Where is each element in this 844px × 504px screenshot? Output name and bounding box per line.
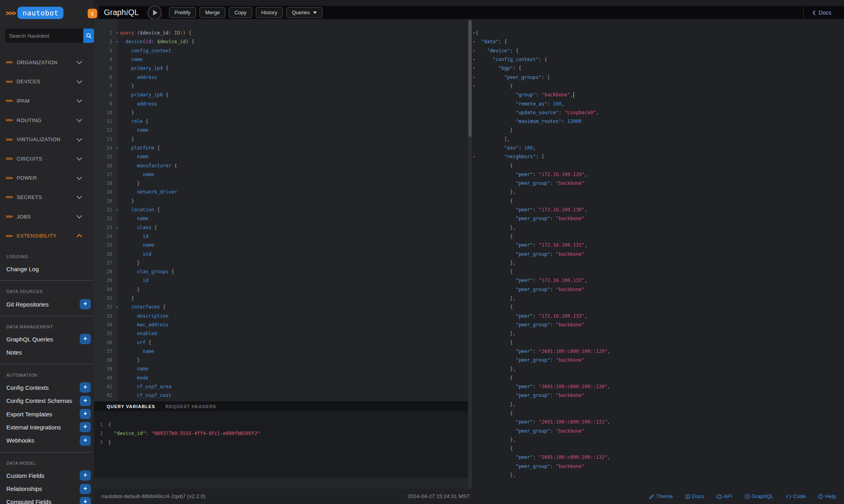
history-button[interactable]: History bbox=[256, 7, 283, 18]
sidebar-item-extensibility[interactable]: >>>EXTENSIBILITY bbox=[0, 226, 94, 245]
sidebar-item-git-repositories[interactable]: Git Repositories+ bbox=[0, 297, 94, 310]
footer-link-docs[interactable]: Docs bbox=[683, 493, 707, 500]
code-text: { bbox=[476, 234, 513, 239]
add-custom-fields-button[interactable]: + bbox=[80, 470, 91, 481]
footer-link-code[interactable]: Code bbox=[783, 493, 808, 500]
sidebar-item-external-integrations[interactable]: External Integrations+ bbox=[0, 421, 94, 434]
fold-toggle-icon[interactable]: ▾ bbox=[472, 84, 476, 88]
fold-toggle-icon[interactable]: ▾ bbox=[114, 31, 120, 35]
add-external-integrations-button[interactable]: + bbox=[80, 422, 91, 432]
sidebar-item-devices[interactable]: >>>DEVICES bbox=[0, 72, 94, 92]
fold-toggle-icon[interactable]: ▾ bbox=[472, 155, 476, 159]
add-git-repositories-button[interactable]: + bbox=[80, 299, 91, 309]
line-number: 28 bbox=[94, 269, 114, 274]
line-number: 1 bbox=[94, 422, 104, 427]
fold-toggle-icon[interactable]: ▾ bbox=[472, 75, 476, 79]
code-text: address bbox=[120, 75, 157, 80]
fold-toggle-icon[interactable]: ▾ bbox=[472, 66, 476, 70]
tab-query-variables[interactable]: QUERY VARIABLES bbox=[107, 404, 155, 409]
code-text: "peer_group": "backbone" bbox=[476, 428, 585, 434]
sidebar-item-custom-fields[interactable]: Custom Fields+ bbox=[0, 469, 94, 482]
sidebar-item-computed-fields[interactable]: Computed Fields+ bbox=[0, 495, 94, 504]
sidebar-collapse-button[interactable]: ❮ bbox=[88, 9, 97, 18]
sidebar-item-ipam[interactable]: >>>IPAM bbox=[0, 91, 94, 111]
tab-request-headers[interactable]: REQUEST HEADERS bbox=[165, 404, 216, 409]
code-text: "peer_group": "backbone" bbox=[476, 180, 585, 186]
result-viewer[interactable]: ▾{▾ "data": {▾ "device": {▾ "config_cont… bbox=[472, 19, 844, 489]
sidebar-item-config-context-schemas[interactable]: Config Context Schemas+ bbox=[0, 394, 94, 407]
code-text: "peer_group": "backbone" bbox=[476, 287, 585, 292]
add-computed-fields-button[interactable]: + bbox=[80, 497, 91, 504]
nautobot-logo[interactable]: >>> nautobot bbox=[6, 7, 63, 19]
sidebar-item-power[interactable]: >>>POWER bbox=[0, 169, 94, 188]
sidebar-item-graphql-queries[interactable]: GraphQL Queries+ bbox=[0, 333, 94, 346]
fold-toggle-icon[interactable]: ▾ bbox=[472, 57, 476, 61]
sidebar-item-config-contexts[interactable]: Config Contexts+ bbox=[0, 381, 94, 394]
prettify-button[interactable]: Prettify bbox=[169, 7, 196, 18]
fold-toggle-icon[interactable]: ▾ bbox=[114, 40, 120, 44]
sidebar-item-organization[interactable]: >>>ORGANIZATION bbox=[0, 53, 94, 72]
merge-button[interactable]: Merge bbox=[199, 7, 225, 18]
fold-toggle-icon[interactable]: ▾ bbox=[114, 305, 120, 309]
sidebar-item-secrets[interactable]: >>>SECRETS bbox=[0, 188, 94, 207]
footer-separator: · bbox=[709, 493, 711, 499]
sidebar-item-change-log[interactable]: Change Log bbox=[0, 263, 94, 276]
add-export-templates-button[interactable]: + bbox=[80, 409, 91, 419]
footer-link-theme[interactable]: Theme bbox=[646, 493, 675, 500]
fold-toggle-icon[interactable]: ▾ bbox=[114, 208, 120, 212]
code-text: "peer_group": "backbone" bbox=[476, 357, 585, 363]
line-number: 42 bbox=[94, 393, 114, 398]
line-number: 2 bbox=[94, 39, 114, 44]
editor-scrollbar-track[interactable] bbox=[468, 19, 472, 489]
fold-toggle-icon[interactable]: ▾ bbox=[472, 49, 476, 53]
editor-scrollbar-thumb[interactable] bbox=[468, 21, 472, 137]
sidebar-item-jobs[interactable]: >>>JOBS bbox=[0, 207, 94, 226]
server-timestamp: 2024-04-27 15:24:31 MST bbox=[407, 489, 470, 504]
code-text: name bbox=[120, 349, 154, 354]
footer-link-graphql[interactable]: GraphQL bbox=[742, 493, 776, 500]
query-editor[interactable]: 1▾query ($device_id: ID!) {2▾ device(id:… bbox=[94, 19, 468, 401]
add-relationships-button[interactable]: + bbox=[80, 484, 91, 494]
add-config-contexts-button[interactable]: + bbox=[80, 382, 91, 393]
fold-toggle-icon[interactable]: ▾ bbox=[472, 31, 476, 35]
code-line: 27 } bbox=[94, 259, 468, 267]
code-text: interfaces { bbox=[120, 304, 166, 310]
code-line: }, bbox=[472, 188, 844, 196]
code-line: 37 name bbox=[94, 347, 468, 356]
fold-toggle-icon[interactable]: ▾ bbox=[472, 40, 476, 44]
footer-link-help[interactable]: ?Help bbox=[815, 493, 838, 500]
footer-links: Theme·Docs·API·GraphQL·Code·?Help bbox=[646, 489, 838, 504]
code-line: ], bbox=[472, 135, 844, 144]
search-button[interactable] bbox=[83, 29, 94, 43]
sidebar-item-label: External Integrations bbox=[6, 424, 80, 431]
sidebar-item-virtualization[interactable]: >>>VIRTUALIZATION bbox=[0, 130, 94, 149]
add-config-context-schemas-button[interactable]: + bbox=[80, 396, 91, 406]
code-line: }, bbox=[472, 400, 844, 408]
sidebar-section-data-model: DATA MODELCustom Fields+Relationships+Co… bbox=[0, 452, 94, 504]
execute-query-button[interactable] bbox=[148, 6, 162, 20]
code-text: }, bbox=[476, 260, 516, 266]
docs-panel-toggle[interactable]: ❮ Docs bbox=[810, 9, 834, 16]
fold-toggle-icon[interactable]: ▾ bbox=[114, 226, 120, 230]
footer-link-api[interactable]: API bbox=[714, 493, 735, 500]
sidebar-item-relationships[interactable]: Relationships+ bbox=[0, 482, 94, 495]
code-text: ], bbox=[476, 136, 510, 142]
sidebar-item-webhooks[interactable]: Webhooks+ bbox=[0, 434, 94, 447]
add-webhooks-button[interactable]: + bbox=[80, 435, 91, 446]
code-text: }, bbox=[476, 295, 516, 301]
add-graphql-queries-button[interactable]: + bbox=[80, 334, 91, 344]
code-text: "peer_group": "backbone" bbox=[476, 464, 585, 469]
text-cursor bbox=[574, 92, 574, 98]
toolbar-divider bbox=[803, 7, 804, 18]
sidebar-item-export-templates[interactable]: Export Templates+ bbox=[0, 407, 94, 420]
sidebar-item-routing[interactable]: >>>ROUTING bbox=[0, 111, 94, 130]
queries-dropdown-button[interactable]: Queries bbox=[286, 7, 322, 18]
fold-toggle-icon[interactable]: ▾ bbox=[114, 146, 120, 150]
copy-button[interactable]: Copy bbox=[229, 7, 252, 18]
variables-editor[interactable]: 1{2 "device_id": "089377b0-5555-4ff4-8fc… bbox=[94, 411, 468, 478]
code-text: } bbox=[120, 110, 134, 115]
sidebar-item-label: SECRETS bbox=[17, 194, 77, 200]
search-input[interactable] bbox=[5, 29, 83, 43]
sidebar-item-circuits[interactable]: >>>CIRCUITS bbox=[0, 149, 94, 169]
sidebar-item-notes[interactable]: Notes bbox=[0, 346, 94, 359]
